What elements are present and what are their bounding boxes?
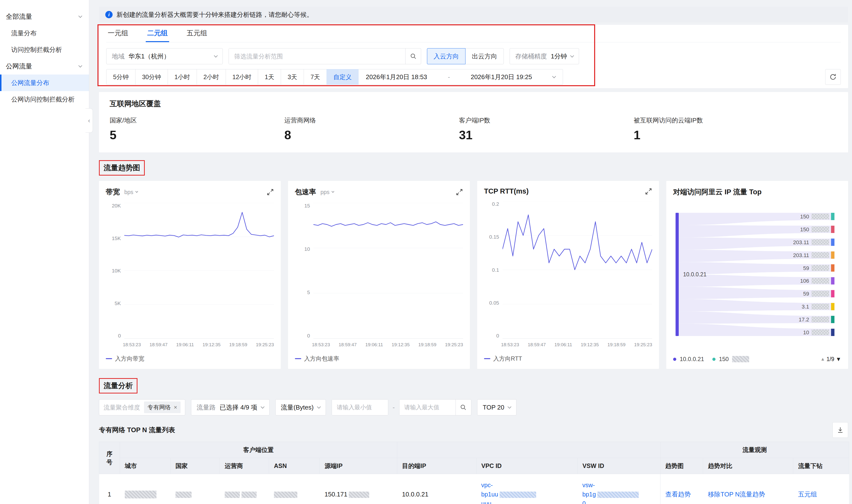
filter-controls-row: 地域 华东1（杭州） 入云方向 出云方向 存储桶精度 1分钟 xyxy=(106,48,841,64)
blurred-text xyxy=(500,491,536,498)
tab-one-tuple[interactable]: 一元组 xyxy=(106,25,130,42)
time-2h-button[interactable]: 2小时 xyxy=(197,69,226,85)
range-search-button[interactable] xyxy=(455,399,471,415)
filter-card: 一元组 二元组 五元组 地域 华东1（杭州） 入云方向 出云方向 存储桶精度 xyxy=(99,25,848,88)
time-3d-button[interactable]: 3天 xyxy=(281,69,304,85)
cell-vpc-id[interactable]: vpc- bp1uu uuu xyxy=(476,474,578,504)
expand-button[interactable] xyxy=(456,188,463,196)
remove-tag-icon[interactable]: × xyxy=(174,404,177,411)
chevron-down-icon xyxy=(79,64,82,68)
cell-carrier xyxy=(220,474,269,504)
blurred-text xyxy=(597,491,639,498)
group-empty xyxy=(397,442,660,458)
blurred-text xyxy=(274,491,297,498)
unit-select[interactable]: bps xyxy=(124,189,138,196)
top-n-value: TOP 20 xyxy=(483,404,504,411)
expand-icon xyxy=(645,188,652,195)
unit-select[interactable]: pps xyxy=(320,189,334,196)
table-column-header-row: 城市 国家 运营商 ASN 源端IP 目的端IP VPC ID VSW ID 趋… xyxy=(99,458,849,474)
metric-select[interactable]: 流量(Bytes) xyxy=(275,399,326,415)
sidebar-group-all-traffic[interactable]: 全部流量 xyxy=(0,8,89,25)
tab-two-tuple[interactable]: 二元组 xyxy=(146,25,169,42)
time-5min-button[interactable]: 5分钟 xyxy=(106,69,136,85)
tab-five-tuple[interactable]: 五元组 xyxy=(185,25,209,42)
stat-carriers: 运营商网络 8 xyxy=(284,116,459,142)
blurred-text xyxy=(242,491,257,498)
chart-legend[interactable]: 入方向带宽 xyxy=(106,355,274,362)
sankey-diagram[interactable]: 150150203.11203.1159106593.117.21010.0.0… xyxy=(673,199,841,350)
cell-index: 1 xyxy=(99,474,120,504)
aggregation-dimension-select[interactable]: 流量聚合维度 专有网络 × xyxy=(99,399,185,415)
page-down-icon[interactable]: ▼ xyxy=(836,356,841,362)
min-value-input[interactable] xyxy=(332,399,388,415)
chart-legend[interactable]: 入方向RTT xyxy=(484,355,652,362)
max-value-input[interactable] xyxy=(399,399,455,415)
direction-inbound-button[interactable]: 入云方向 xyxy=(427,48,466,64)
sidebar-item-public-acl-block-analysis[interactable]: 公网访问控制拦截分析 xyxy=(0,91,89,108)
legend-marker xyxy=(484,358,490,359)
coverage-title: 互联网地区覆盖 xyxy=(110,99,837,109)
expand-icon xyxy=(456,188,463,196)
sidebar-collapse-button[interactable]: ‹ xyxy=(85,108,93,133)
col-country: 国家 xyxy=(171,458,220,474)
sidebar-item-label: 公网流量分布 xyxy=(11,79,49,87)
sidebar-group-label: 全部流量 xyxy=(6,12,32,21)
time-30min-button[interactable]: 30分钟 xyxy=(135,69,168,85)
download-button[interactable] xyxy=(833,422,848,438)
value-range-filter: - xyxy=(332,399,471,415)
chevron-down-icon xyxy=(508,405,511,409)
packet-rate-chart-card: 包速率 pps 151050 18:53:2318:59:4719:06:111… xyxy=(288,181,470,369)
top-n-select[interactable]: TOP 20 xyxy=(477,399,517,415)
date-range-picker[interactable]: 2026年1月20日 18:53 - 2026年1月20日 19:25 xyxy=(358,69,563,85)
five-tuple-link[interactable]: 五元组 xyxy=(798,491,817,498)
time-1d-button[interactable]: 1天 xyxy=(258,69,281,85)
table-group-header-row: 序号 客户端位置 流量观测 xyxy=(99,442,849,458)
svg-text:106: 106 xyxy=(800,278,809,284)
chart-title: 对端访问阿里云 IP 流量 Top xyxy=(673,187,762,197)
sankey-pager[interactable]: ▲ 1/9 ▼ xyxy=(820,356,841,362)
refresh-button[interactable] xyxy=(825,69,841,85)
stat-client-ips: 客户端IP数 31 xyxy=(459,116,633,142)
table-title: 专有网络 TOP N 流量列表 xyxy=(99,426,175,434)
svg-text:59: 59 xyxy=(803,265,809,271)
cell-city xyxy=(120,474,171,504)
stat-cloud-ips: 被互联网访问的云端IP数 1 xyxy=(633,116,837,142)
bandwidth-plot xyxy=(124,203,274,339)
legend-dot xyxy=(673,358,676,361)
search-button[interactable] xyxy=(405,49,421,64)
bucket-label: 存储桶精度 xyxy=(515,52,547,61)
view-trend-link[interactable]: 查看趋势 xyxy=(665,491,691,498)
sidebar-item-acl-block-analysis[interactable]: 访问控制拦截分析 xyxy=(0,41,89,58)
sidebar-group-public-traffic[interactable]: 公网流量 xyxy=(0,58,89,74)
sidebar-item-public-traffic-distribution[interactable]: 公网流量分布 xyxy=(0,74,89,91)
svg-text:17.2: 17.2 xyxy=(799,317,809,323)
date-separator: - xyxy=(448,73,450,81)
direction-outbound-button[interactable]: 出云方向 xyxy=(465,48,504,64)
time-range-row: 5分钟 30分钟 1小时 2小时 12小时 1天 3天 7天 自定义 2026年… xyxy=(106,69,841,85)
traffic-scope-search xyxy=(229,48,421,64)
y-axis-labels: 151050 xyxy=(295,203,313,339)
chart-legend[interactable]: 入方向包速率 xyxy=(295,355,463,362)
page-up-icon[interactable]: ▲ xyxy=(820,357,825,362)
bandwidth-chart-card: 带宽 bps 20K15K10K5K0 18:53:2318:59:4719:0… xyxy=(99,181,281,369)
time-12h-button[interactable]: 12小时 xyxy=(226,69,258,85)
region-select[interactable]: 地域 华东1（杭州） xyxy=(106,48,223,64)
col-dest-ip: 目的端IP xyxy=(397,458,476,474)
sidebar-item-traffic-distribution[interactable]: 流量分布 xyxy=(0,25,89,41)
remove-topn-trend-link[interactable]: 移除TOP N流量趋势 xyxy=(708,491,765,498)
traffic-path-select[interactable]: 流量路 已选择 4/9 项 xyxy=(191,399,269,415)
time-7d-button[interactable]: 7天 xyxy=(304,69,327,85)
expand-button[interactable] xyxy=(645,188,652,195)
cell-vsw-id[interactable]: vsw- bp1g 0 xyxy=(578,474,660,504)
bucket-precision-select[interactable]: 存储桶精度 1分钟 xyxy=(509,48,579,64)
expand-button[interactable] xyxy=(267,188,274,196)
search-input[interactable] xyxy=(229,49,405,64)
range-separator: - xyxy=(393,404,395,411)
download-icon xyxy=(837,427,844,433)
svg-text:59: 59 xyxy=(803,291,809,297)
table-row: 1 150.171 10.0.0.21 vpc- bp1uu uuu vsw- xyxy=(99,474,849,504)
chevron-down-icon xyxy=(79,14,82,18)
time-custom-button[interactable]: 自定义 xyxy=(327,69,359,85)
banner-text: 新创建的流量分析器大概需要十分钟来搭建分析链路，请您耐心等候。 xyxy=(117,11,313,19)
time-1h-button[interactable]: 1小时 xyxy=(168,69,197,85)
